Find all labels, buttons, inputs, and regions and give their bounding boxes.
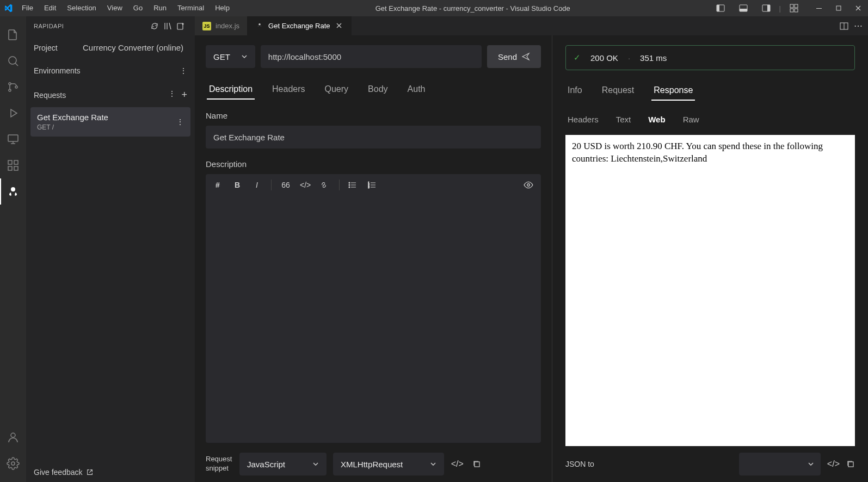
bold-icon[interactable]: B xyxy=(232,181,243,189)
svg-point-23 xyxy=(11,462,15,465)
menu-help[interactable]: Help xyxy=(210,0,235,16)
give-feedback-link[interactable]: Give feedback xyxy=(26,462,195,482)
activity-source-control-icon[interactable] xyxy=(0,74,26,100)
resp-subtab-text[interactable]: Text xyxy=(614,112,633,127)
snippet-library-select[interactable]: XMLHttpRequest xyxy=(333,453,444,475)
divider: | xyxy=(779,4,781,13)
activity-extensions-icon[interactable] xyxy=(0,152,26,178)
activity-explorer-icon[interactable] xyxy=(0,22,26,48)
menu-bar: File Edit Selection View Go Run Terminal… xyxy=(16,0,235,16)
menu-edit[interactable]: Edit xyxy=(39,0,61,16)
snippet-copy-icon[interactable] xyxy=(470,458,483,471)
request-item[interactable]: Get Exchange Rate GET / ⋮ xyxy=(30,107,190,137)
requests-add-icon[interactable]: + xyxy=(181,89,187,101)
snippet-language-select[interactable]: JavaScript xyxy=(239,453,327,475)
separator xyxy=(339,180,340,190)
snippet-library-value: XMLHttpRequest xyxy=(341,460,403,469)
tab-close-icon[interactable] xyxy=(335,21,343,30)
refresh-icon[interactable] xyxy=(148,20,161,33)
method-select[interactable]: GET xyxy=(206,45,255,68)
code-icon[interactable]: </> xyxy=(300,181,311,189)
request-item-meta: GET / xyxy=(37,123,108,131)
customize-layout-icon[interactable] xyxy=(784,0,804,16)
request-item-more-icon[interactable]: ⋮ xyxy=(176,118,184,126)
tab-auth[interactable]: Auth xyxy=(405,80,428,100)
more-actions-icon[interactable]: ⋯ xyxy=(854,21,863,31)
request-panel: GET Send Description Headers Query Body … xyxy=(195,35,552,482)
sidebar: RAPIDAPI Project Currency Converter (onl… xyxy=(26,16,195,482)
menu-view[interactable]: View xyxy=(102,0,128,16)
new-request-icon[interactable] xyxy=(174,20,187,33)
minimize-icon[interactable] xyxy=(809,0,829,16)
project-value[interactable]: Currency Converter (online) xyxy=(83,43,183,52)
environments-more-icon[interactable]: ⋮ xyxy=(180,66,187,75)
svg-point-28 xyxy=(349,184,350,186)
send-button[interactable]: Send xyxy=(487,45,541,68)
name-label: Name xyxy=(206,111,541,120)
tab-description[interactable]: Description xyxy=(207,80,255,100)
preview-icon[interactable] xyxy=(524,180,534,190)
activity-rapidapi-icon[interactable] xyxy=(0,178,26,205)
svg-rect-35 xyxy=(848,462,853,467)
chevron-down-icon xyxy=(808,461,814,467)
activity-run-debug-icon[interactable] xyxy=(0,100,26,126)
requests-more-icon[interactable]: ⋮ xyxy=(168,89,176,101)
menu-go[interactable]: Go xyxy=(128,0,148,16)
json-copy-icon[interactable] xyxy=(846,460,855,468)
svg-point-12 xyxy=(9,57,16,64)
tab-get-exchange-rate[interactable]: Get Exchange Rate xyxy=(248,16,351,35)
italic-icon[interactable]: I xyxy=(251,181,262,189)
activity-bar xyxy=(0,16,26,482)
json-to-select[interactable] xyxy=(739,453,821,475)
svg-point-25 xyxy=(258,23,261,26)
svg-point-33 xyxy=(527,184,530,187)
description-toolbar: # B I 66 </> 123 xyxy=(206,174,541,196)
snippet-label: Request snippet xyxy=(206,455,233,473)
url-input[interactable] xyxy=(261,45,482,68)
svg-rect-24 xyxy=(177,23,183,29)
activity-settings-icon[interactable] xyxy=(0,450,26,477)
description-editor[interactable] xyxy=(206,196,541,443)
close-icon[interactable] xyxy=(848,0,868,16)
vscode-logo-icon xyxy=(0,0,16,16)
split-editor-icon[interactable] xyxy=(840,22,848,30)
maximize-icon[interactable] xyxy=(829,0,848,16)
name-input[interactable] xyxy=(206,126,541,149)
tab-headers[interactable]: Headers xyxy=(270,80,307,100)
toggle-primary-sidebar-icon[interactable] xyxy=(711,0,730,16)
send-icon xyxy=(521,52,530,61)
menu-file[interactable]: File xyxy=(16,0,39,16)
tab-indexjs[interactable]: JS index.js xyxy=(195,16,248,35)
bullet-list-icon[interactable] xyxy=(348,181,359,189)
feedback-label: Give feedback xyxy=(34,468,83,477)
numbered-list-icon[interactable]: 123 xyxy=(368,181,379,189)
svg-point-22 xyxy=(11,433,15,437)
menu-selection[interactable]: Selection xyxy=(61,0,101,16)
js-file-icon: JS xyxy=(202,22,211,30)
json-code-icon[interactable]: </> xyxy=(827,459,840,469)
link-icon[interactable] xyxy=(319,181,330,189)
toggle-secondary-sidebar-icon[interactable] xyxy=(756,0,776,16)
resp-tab-response[interactable]: Response xyxy=(651,81,695,101)
svg-rect-11 xyxy=(836,6,841,10)
json-to-label: JSON to xyxy=(565,460,594,468)
status-box: ✓ 200 OK · 351 ms xyxy=(565,45,855,70)
quote-icon[interactable]: 66 xyxy=(280,181,291,189)
resp-tab-info[interactable]: Info xyxy=(565,81,584,101)
resp-subtab-web[interactable]: Web xyxy=(646,112,667,127)
resp-subtab-headers[interactable]: Headers xyxy=(565,112,601,127)
resp-tab-request[interactable]: Request xyxy=(600,81,637,101)
activity-remote-icon[interactable] xyxy=(0,126,26,152)
tab-query[interactable]: Query xyxy=(323,80,351,100)
resp-subtab-raw[interactable]: Raw xyxy=(681,112,701,127)
activity-search-icon[interactable] xyxy=(0,48,26,74)
menu-run[interactable]: Run xyxy=(148,0,172,16)
tab-body[interactable]: Body xyxy=(366,80,390,100)
response-tabs: Info Request Response xyxy=(565,81,855,101)
menu-terminal[interactable]: Terminal xyxy=(172,0,210,16)
snippet-code-icon[interactable]: </> xyxy=(451,458,464,471)
library-icon[interactable] xyxy=(161,20,174,33)
activity-accounts-icon[interactable] xyxy=(0,424,26,450)
toggle-panel-icon[interactable] xyxy=(734,0,753,16)
heading-icon[interactable]: # xyxy=(212,181,223,189)
